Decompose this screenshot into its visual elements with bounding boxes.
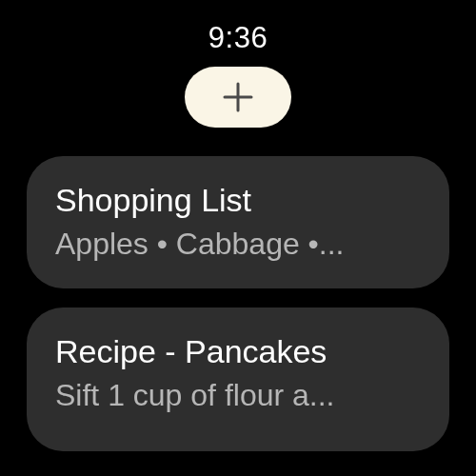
note-title: Recipe - Pancakes — [55, 332, 421, 371]
note-card[interactable]: Shopping List Apples • Cabbage •... — [27, 156, 449, 288]
plus-icon — [222, 81, 254, 113]
add-note-button[interactable] — [185, 67, 291, 128]
note-preview: Sift 1 cup of flour a... — [55, 377, 421, 413]
note-preview: Apples • Cabbage •... — [55, 226, 421, 262]
note-title: Shopping List — [55, 181, 421, 220]
watch-face: 9:36 Shopping List Apples • Cabbage •...… — [0, 0, 476, 476]
notes-list: Shopping List Apples • Cabbage •... Reci… — [0, 156, 476, 451]
note-card[interactable]: Recipe - Pancakes Sift 1 cup of flour a.… — [27, 307, 449, 451]
status-time: 9:36 — [208, 21, 268, 55]
